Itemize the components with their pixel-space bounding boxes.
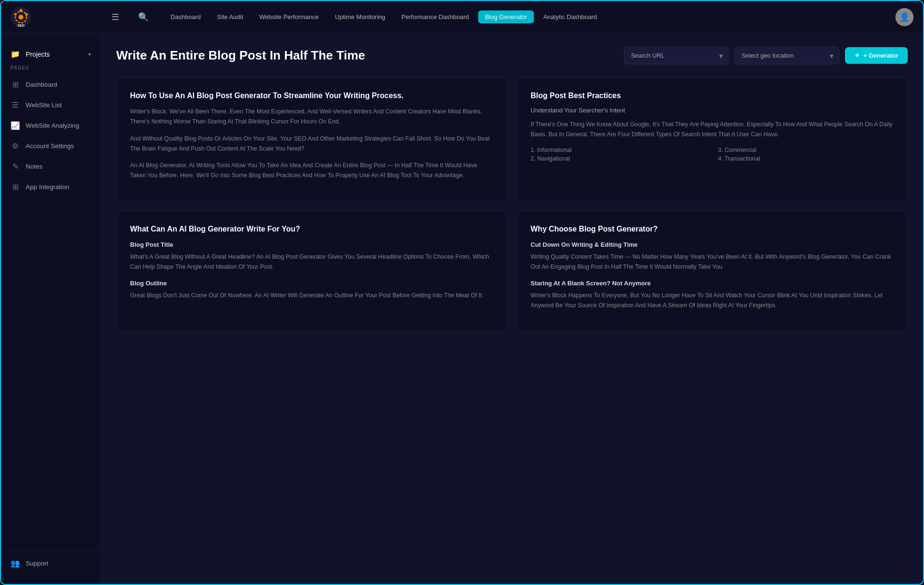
content-header: Write An Entire Blog Post In Half The Ti… xyxy=(116,47,908,64)
search-url-dropdown[interactable]: Search URL xyxy=(624,47,729,64)
page-title: Write An Entire Blog Post In Half The Ti… xyxy=(116,48,365,64)
header-controls: Search URL Select geo location ✦ + Gener… xyxy=(624,47,908,64)
card-2-list: 1. Informational 3. Commercial 2. Naviga… xyxy=(531,147,894,162)
nav-link-analytic-dashboard[interactable]: Analytic Dashboard xyxy=(537,10,604,23)
settings-icon: ⚙ xyxy=(10,141,20,151)
list-num: 1. xyxy=(531,147,535,153)
top-navigation: SEO ☰ 🔍 Dashboard Site Audit Website Per… xyxy=(1,1,923,33)
list-num: 3. xyxy=(718,147,723,153)
card-why-choose: Why Choose Blog Post Generator? Cut Down… xyxy=(517,211,908,332)
notes-icon: ✎ xyxy=(10,162,20,171)
list-icon: ☰ xyxy=(10,101,20,110)
projects-icon: 📁 xyxy=(10,50,20,59)
card-best-practices: Blog Post Best Practices Understand Your… xyxy=(517,78,908,202)
support-label: Support xyxy=(26,560,48,567)
logo-icon: SEO xyxy=(10,7,31,28)
list-text: Navigational xyxy=(537,155,570,162)
card-3-title: What Can An AI Blog Generator Write For … xyxy=(130,225,493,233)
sidebar-item-website-analyzing[interactable]: 📈 WebSite Analyzing xyxy=(1,115,100,136)
projects-label: Projects xyxy=(26,50,50,58)
list-num: 4. xyxy=(718,155,723,162)
list-item: 4. Transactional xyxy=(718,155,894,162)
list-num: 2. xyxy=(531,155,535,162)
support-icon: 👥 xyxy=(10,559,20,568)
sidebar-item-label: WebSite List xyxy=(26,101,91,109)
avatar[interactable]: 👤 xyxy=(895,8,914,26)
sidebar-item-label: WebSite Analyzing xyxy=(26,122,91,129)
svg-point-2 xyxy=(19,15,23,20)
chart-icon: 📈 xyxy=(10,121,20,130)
card-1-title: How To Use An AI Blog Post Generator To … xyxy=(130,91,493,100)
card-4-section-2-heading: Staring At A Blank Screen? Not Anymore xyxy=(531,280,894,287)
card-4-section-1-text: Writing Quality Content Takes Time — No … xyxy=(531,252,894,272)
content-area: Write An Entire Blog Post In Half The Ti… xyxy=(101,33,923,584)
svg-point-4 xyxy=(26,13,28,15)
plus-icon: ✦ xyxy=(854,52,860,59)
nav-link-blog-generator[interactable]: Blog Generator xyxy=(478,10,533,23)
card-3-section-2-heading: Blog Outline xyxy=(130,280,493,287)
card-3-section-2-text: Great Blogs Don't Just Come Out Of Nowhe… xyxy=(130,291,493,301)
logo-area: SEO xyxy=(10,7,96,28)
card-1-para-3: An AI Blog Generator. AI Writing Tools A… xyxy=(130,161,493,181)
card-4-title: Why Choose Blog Post Generator? xyxy=(531,225,894,233)
card-2-title: Blog Post Best Practices xyxy=(531,91,894,100)
card-2-body: If There's One Thing We Know About Googl… xyxy=(531,120,894,140)
sidebar-item-label: App Integration xyxy=(26,183,91,191)
sidebar-support[interactable]: 👥 Support xyxy=(1,552,100,575)
card-1-para-1: Writer's Block. We've All Been There. Ev… xyxy=(130,107,493,127)
nav-link-website-performance[interactable]: Website Performance xyxy=(253,10,326,23)
card-how-to-use: How To Use An AI Blog Post Generator To … xyxy=(116,78,507,202)
card-2-subtitle: Understand Your Searcher's Intent xyxy=(531,107,894,114)
svg-point-5 xyxy=(14,13,17,15)
list-item: 3. Commercial xyxy=(718,147,894,153)
sidebar-item-app-integration[interactable]: ⊞ App Integration xyxy=(1,177,100,197)
search-icon[interactable]: 🔍 xyxy=(134,10,152,24)
sidebar-item-notes[interactable]: ✎ Notes xyxy=(1,156,100,177)
card-3-section-1-text: What's A Great Blog Without A Great Head… xyxy=(130,252,493,272)
sidebar-item-label: Account Settings xyxy=(26,142,91,150)
sidebar-item-dashboard[interactable]: ⊞ Dashboard xyxy=(1,74,100,95)
geo-location-dropdown[interactable]: Select geo location xyxy=(734,47,839,64)
menu-icon[interactable]: ☰ xyxy=(108,10,123,24)
list-text: Transactional xyxy=(724,155,760,162)
dashboard-icon: ⊞ xyxy=(10,80,20,89)
sidebar-item-label: Dashboard xyxy=(26,81,91,88)
generator-button-label: + Generator xyxy=(864,52,898,59)
chevron-down-icon: ▾ xyxy=(88,51,91,58)
search-url-dropdown-wrapper: Search URL xyxy=(624,47,729,64)
pages-section-label: PAGES xyxy=(1,65,100,74)
nav-links: Dashboard Site Audit Website Performance… xyxy=(164,10,884,23)
sidebar-item-account-settings[interactable]: ⚙ Account Settings xyxy=(1,136,100,156)
card-1-para-2: And Without Quality Blog Posts Or Articl… xyxy=(130,134,493,154)
nav-link-dashboard[interactable]: Dashboard xyxy=(164,10,208,23)
card-what-can-ai-write: What Can An AI Blog Generator Write For … xyxy=(116,211,507,332)
geo-location-dropdown-wrapper: Select geo location xyxy=(734,47,839,64)
cards-grid: How To Use An AI Blog Post Generator To … xyxy=(116,78,908,332)
generator-button[interactable]: ✦ + Generator xyxy=(845,47,908,64)
list-item: 1. Informational xyxy=(531,147,707,153)
list-text: Informational xyxy=(537,147,572,153)
nav-link-uptime-monitoring[interactable]: Uptime Monitoring xyxy=(328,10,392,23)
card-3-section-1-heading: Blog Post Title xyxy=(130,241,493,248)
list-text: Commercial xyxy=(724,147,756,153)
sidebar-item-website-list[interactable]: ☰ WebSite List xyxy=(1,95,100,115)
sidebar: 📁 Projects ▾ PAGES ⊞ Dashboard ☰ WebSite… xyxy=(1,33,101,584)
nav-link-performance-dashboard[interactable]: Performance Dashboard xyxy=(395,10,476,23)
list-item: 2. Navigational xyxy=(531,155,707,162)
card-4-section-1-heading: Cut Down On Writing & Editing Time xyxy=(531,241,894,248)
sidebar-item-label: Notes xyxy=(26,163,91,170)
sidebar-projects[interactable]: 📁 Projects ▾ xyxy=(1,43,100,65)
nav-link-site-audit[interactable]: Site Audit xyxy=(211,10,250,23)
svg-point-3 xyxy=(20,9,22,12)
svg-text:SEO: SEO xyxy=(18,24,25,27)
card-4-section-2-text: Writer's Block Happens To Everyone, But … xyxy=(531,291,894,311)
integration-icon: ⊞ xyxy=(10,182,20,192)
